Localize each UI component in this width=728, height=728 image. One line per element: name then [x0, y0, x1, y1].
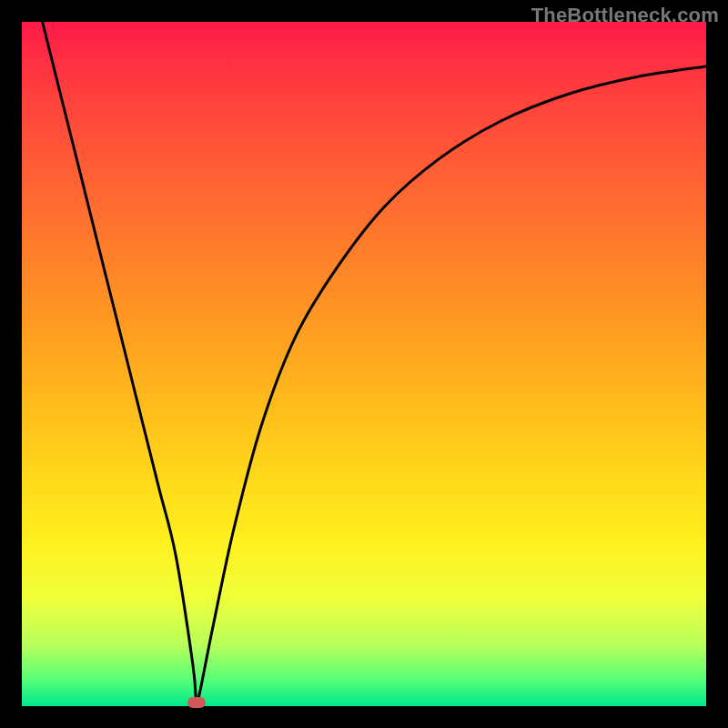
optimal-marker	[187, 697, 206, 708]
bottleneck-curve	[22, 22, 706, 706]
watermark-text: TheBottleneck.com	[531, 4, 719, 27]
chart-frame: TheBottleneck.com	[0, 0, 728, 728]
plot-area	[22, 22, 706, 706]
